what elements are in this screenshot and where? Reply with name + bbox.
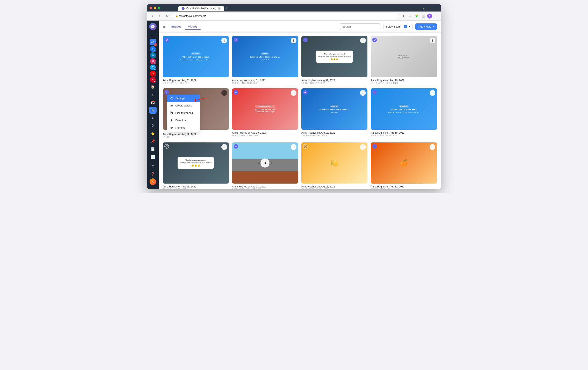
split-view-icon[interactable]: ⬜ [420,13,426,19]
media-card-11: 🍋 ⋮ Anna Hughes on Aug 11, 2022 79 KB, J… [301,142,368,189]
media-author-6: Anna Hughes on Aug 19, 2022 [232,131,298,134]
account-pinterest[interactable]: P P [150,77,156,83]
search-input[interactable] [340,23,381,30]
media-card-1: TRENDING When to Post on Social Media Ba… [163,36,229,85]
account-instagram[interactable]: IG IG [150,58,156,64]
media-select-checkbox-10[interactable] [234,144,238,149]
browser-tab[interactable]: Vista Social - Media Library × [178,6,224,11]
bookmark-icon[interactable]: ☆ [407,13,413,19]
maximize-window-button[interactable] [158,7,160,9]
media-menu-button-9[interactable]: ⋮ [221,144,227,150]
account-twitter[interactable]: T T [150,65,156,70]
tab-list-button[interactable]: ⌄ [420,6,426,10]
user-avatar[interactable]: A [150,179,156,185]
sidebar-item-compose[interactable]: ✉ [149,91,157,98]
app-layout: › JC 6 f f in in IG IG [147,20,441,189]
share-icon[interactable]: ⬆ [401,13,407,19]
media-menu-button-12[interactable]: ⋮ [430,144,435,150]
more-menu-icon[interactable]: ⋮ [433,13,439,19]
context-menu-download[interactable]: ⬇ Download [167,117,200,124]
add-media-chevron-icon: ▾ [433,26,434,28]
browser-titlebar: Vista Social - Media Library × + ⌄ [147,4,441,11]
media-author-12: Anna Hughes on Aug 11, 2022 [371,185,437,188]
account-badge-jc[interactable]: JC 6 [150,39,156,45]
media-select-checkbox-12[interactable] [372,144,377,149]
browser-profile-button[interactable]: A [427,14,432,19]
account-youtube[interactable]: YT YT [150,71,156,77]
media-thumbnail-7[interactable]: HOW TO Schedule a First Comment and L...… [301,88,368,130]
sidebar-item-reviews[interactable]: ⭐ [149,130,157,137]
context-menu-settings[interactable]: ⚙ Settings [167,95,200,102]
url-input[interactable]: 🔒 vistastocial.com/media [172,13,399,19]
tab-videos[interactable]: Videos [185,23,201,30]
media-info-2: Anna Hughes on Aug 31, 2022 193 KB, PNG,… [232,77,298,85]
add-media-button[interactable]: Add media ▾ [415,23,437,30]
media-meta-8: 569 KB, PNG, 1620 x 912 [371,134,437,137]
video-play-button[interactable] [261,159,270,168]
close-window-button[interactable] [150,7,152,9]
media-menu-button-6[interactable]: ⋮ [291,90,296,96]
sidebar-item-help[interactable]: ❓ [149,170,157,178]
sidebar-toggle-button[interactable]: › [151,32,155,38]
media-card-7: HOW TO Schedule a First Comment and L...… [301,88,368,139]
media-grid: TRENDING When to Post on Social Media Ba… [163,36,437,189]
sidebar-item-add[interactable]: + [149,162,157,169]
media-thumbnail-10[interactable]: Video preview ⋮ [232,142,298,184]
reload-button[interactable]: ↻ [164,13,170,19]
select-filters-button[interactable]: Select filters · 2 ▾ [383,23,413,30]
media-select-checkbox-5[interactable] [164,90,169,95]
sidebar-item-reports[interactable]: 📄 [149,146,157,152]
media-thumbnail-11[interactable]: 🍋 ⋮ [301,142,368,184]
forward-button[interactable]: › [157,13,163,19]
media-menu-button-4[interactable]: ⋮ [430,38,435,43]
media-select-checkbox-6[interactable] [234,90,238,95]
media-select-checkbox-11[interactable] [303,144,308,149]
media-thumbnail-8[interactable]: TRENDING When to Post on Social Media Ba… [371,88,437,130]
tab-images[interactable]: Images [168,23,185,30]
app-logo[interactable] [149,23,157,30]
media-menu-button-1[interactable]: ⋮ [221,38,227,43]
media-select-checkbox-2[interactable] [234,38,238,42]
media-thumbnail-1[interactable]: TRENDING When to Post on Social Media Ba… [163,36,229,77]
context-menu-create-post[interactable]: ✉ Create a post [167,102,200,109]
sidebar-item-media[interactable]: 🖼 [149,107,157,114]
back-button[interactable]: ‹ [150,13,155,19]
minimize-window-button[interactable] [154,7,156,9]
media-menu-button-7[interactable]: ⋮ [360,90,366,96]
instagram-platform-badge: IG [154,62,156,64]
sidebar-item-home[interactable]: 🏠 [149,83,157,90]
media-select-checkbox-9[interactable] [164,144,169,149]
media-thumbnail-2[interactable]: HOW TO Schedule a First Comment and L...… [232,36,298,77]
extensions-icon[interactable]: 🧩 [414,13,420,19]
media-card-2: HOW TO Schedule a First Comment and L...… [232,36,298,85]
media-thumbnail-4[interactable]: FREE SIX NULL CC Logo mockup ⋮ [371,36,437,77]
media-info-10: Anna Hughes on Aug 11, 2022 3 MB, 00:10,… [232,184,298,189]
filter-icon[interactable]: ⚌ [163,25,166,29]
pick-thumbnail-icon: 🖼 [170,111,173,115]
account-facebook[interactable]: f f [150,46,156,52]
media-thumbnail-9[interactable]: Thanks for your purchase! Before you lea… [163,142,229,184]
media-menu-button-5[interactable]: ⋮ [221,90,227,96]
sidebar-item-analytics[interactable]: 🎙 [149,122,157,129]
context-menu-pick-thumbnail[interactable]: 🖼 Pick thumbnail [167,109,200,117]
media-select-checkbox-1[interactable] [164,38,169,42]
new-tab-button[interactable]: + [224,6,229,10]
sidebar-item-download[interactable]: ⬇ [149,114,157,121]
media-menu-button-10[interactable]: ⋮ [291,144,296,150]
sidebar-item-chart[interactable]: 📊 [149,153,157,160]
media-menu-button-11[interactable]: ⋮ [360,144,366,150]
media-thumbnail-3[interactable]: Thanks for your purchase! Before you lea… [301,36,368,77]
context-menu-remove[interactable]: 🗑 Remove [167,124,200,131]
media-thumbnail-12[interactable]: 🍊 ⋮ [371,142,437,184]
media-menu-button-2[interactable]: ⋮ [291,38,296,43]
media-select-checkbox-3[interactable] [303,38,308,42]
media-thumbnail-6[interactable]: MESSENGER BOT Food Ordering Through Face… [232,88,298,130]
sidebar-item-calendar[interactable]: 📅 [149,99,157,106]
tab-close-button[interactable]: × [218,7,220,10]
media-author-7: Anna Hughes on Aug 18, 2022 [301,131,368,134]
media-select-checkbox-8[interactable] [372,90,377,95]
media-select-checkbox-7[interactable] [303,90,308,95]
sidebar-item-pin[interactable]: 📌 [149,138,157,145]
account-linkedin[interactable]: in in [150,52,156,58]
media-menu-button-8[interactable]: ⋮ [430,90,435,96]
